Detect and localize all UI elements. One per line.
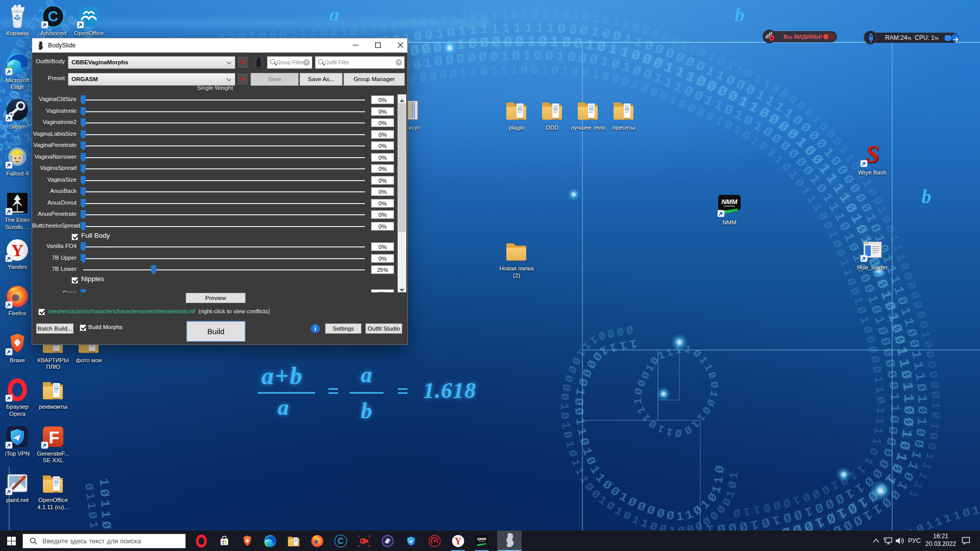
svg-text:a: a: [278, 395, 289, 420]
svg-text:=: =: [328, 380, 339, 403]
svg-text:b: b: [361, 398, 372, 423]
svg-text:=: =: [397, 380, 409, 403]
svg-text:b: b: [922, 186, 932, 207]
svg-text:a+b: a+b: [261, 362, 303, 389]
svg-text:a: a: [361, 362, 372, 387]
svg-text:1.618: 1.618: [423, 378, 476, 403]
svg-text:b: b: [735, 4, 745, 26]
svg-text:a: a: [330, 4, 339, 25]
